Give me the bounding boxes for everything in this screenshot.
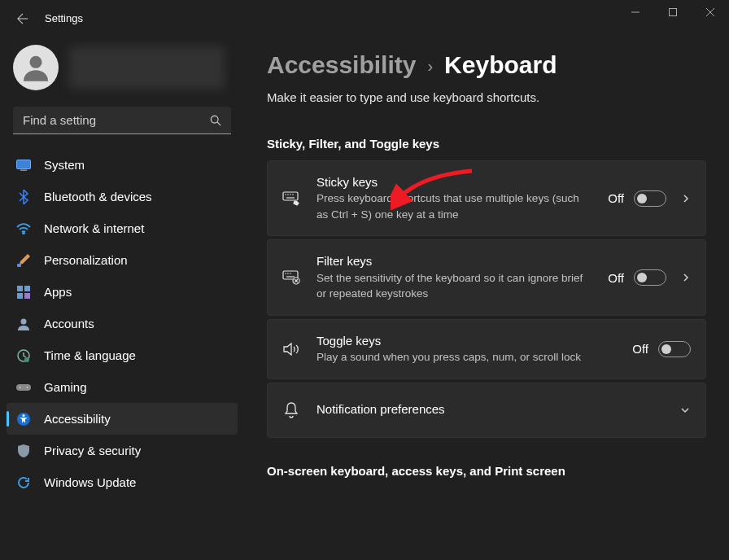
- svg-rect-10: [24, 286, 30, 291]
- apps-icon: [16, 285, 31, 300]
- setting-desc: Play a sound when you press caps, num, o…: [316, 349, 618, 365]
- search-input[interactable]: [23, 113, 203, 127]
- toggle-switch[interactable]: [634, 190, 666, 207]
- settings-group: Sticky keysPress keyboard shortcuts that…: [267, 160, 706, 438]
- svg-rect-21: [283, 192, 298, 200]
- breadcrumb-parent[interactable]: Accessibility: [267, 51, 416, 79]
- sidebar-item-label: Gaming: [44, 380, 87, 394]
- sidebar-item-privacy-security[interactable]: Privacy & security: [7, 435, 238, 466]
- toggle-switch[interactable]: [634, 269, 666, 286]
- sidebar-item-time-language[interactable]: Time & language: [7, 339, 238, 371]
- sidebar-item-accessibility[interactable]: Accessibility: [7, 403, 238, 435]
- sidebar-item-label: Accounts: [44, 317, 94, 330]
- titlebar-label: Settings: [45, 12, 83, 24]
- account-icon: [16, 317, 31, 331]
- svg-point-2: [30, 56, 42, 68]
- svg-point-3: [211, 116, 218, 123]
- sidebar-item-accounts[interactable]: Accounts: [7, 308, 238, 339]
- toggle-section: Off: [632, 341, 691, 357]
- svg-rect-16: [16, 384, 31, 391]
- content: Accessibility › Keyboard Make it easier …: [244, 37, 729, 560]
- setting-desc: Set the sensitivity of the keyboard so i…: [316, 270, 593, 302]
- sidebar-item-apps[interactable]: Apps: [7, 276, 238, 308]
- svg-rect-9: [17, 286, 23, 291]
- bluetooth-icon: [16, 190, 31, 204]
- profile[interactable]: [7, 37, 238, 107]
- svg-rect-6: [20, 169, 27, 171]
- svg-point-13: [21, 318, 27, 324]
- svg-point-18: [27, 387, 28, 388]
- svg-rect-8: [17, 264, 21, 267]
- system-icon: [16, 158, 31, 173]
- toggle-section: Off: [608, 269, 666, 286]
- search-box[interactable]: [13, 107, 231, 134]
- wifi-icon: [16, 221, 31, 236]
- back-button[interactable]: [16, 12, 29, 25]
- setting-text: Filter keysSet the sensitivity of the ke…: [316, 253, 608, 301]
- sidebar-item-label: Network & internet: [44, 221, 144, 235]
- sound-icon: [282, 343, 300, 356]
- setting-title: Notification preferences: [316, 401, 650, 418]
- accessibility-icon: [16, 412, 31, 427]
- update-icon: [16, 475, 31, 490]
- sidebar-item-label: Accessibility: [44, 412, 111, 426]
- minimize-button[interactable]: [617, 0, 654, 24]
- bell-icon: [282, 402, 300, 418]
- sidebar-item-label: Apps: [44, 285, 72, 299]
- chevron-right-icon[interactable]: [681, 194, 691, 203]
- section-header: Sticky, Filter, and Toggle keys: [267, 137, 706, 151]
- gaming-icon: [16, 380, 31, 395]
- svg-rect-1: [670, 9, 677, 16]
- sidebar-item-windows-update[interactable]: Windows Update: [7, 466, 238, 498]
- svg-rect-12: [24, 293, 30, 299]
- sidebar-item-label: System: [44, 158, 85, 172]
- sidebar-item-label: Bluetooth & devices: [44, 190, 152, 203]
- toggle-switch[interactable]: [658, 341, 691, 357]
- svg-point-7: [23, 232, 24, 234]
- sidebar-item-system[interactable]: System: [7, 149, 238, 181]
- close-button[interactable]: [692, 0, 729, 24]
- keyboard-x-icon: [282, 270, 300, 285]
- setting-row-toggle-keys[interactable]: Toggle keysPlay a sound when you press c…: [267, 319, 706, 379]
- setting-title: Filter keys: [316, 253, 593, 269]
- shield-icon: [16, 444, 31, 458]
- svg-line-4: [217, 122, 220, 125]
- sidebar-item-network-internet[interactable]: Network & internet: [7, 212, 238, 244]
- svg-point-20: [23, 414, 25, 417]
- setting-title: Toggle keys: [316, 333, 618, 349]
- toggle-label: Off: [608, 191, 624, 205]
- svg-rect-5: [17, 160, 31, 168]
- setting-text: Toggle keysPlay a sound when you press c…: [316, 333, 632, 365]
- sidebar-item-personalization[interactable]: Personalization: [7, 244, 238, 276]
- chevron-right-icon: ›: [427, 57, 433, 76]
- brush-icon: [16, 253, 31, 268]
- maximize-button[interactable]: [654, 0, 692, 24]
- chevron-down-icon: [679, 405, 691, 416]
- chevron-right-icon[interactable]: [681, 273, 691, 282]
- avatar: [13, 45, 59, 90]
- section-header-2: On-screen keyboard, access keys, and Pri…: [267, 464, 706, 478]
- toggle-label: Off: [608, 271, 624, 285]
- clock-icon: [16, 348, 31, 363]
- sidebar-item-label: Privacy & security: [44, 444, 141, 457]
- setting-row-filter-keys[interactable]: Filter keysSet the sensitivity of the ke…: [267, 239, 706, 315]
- sidebar-item-label: Time & language: [44, 348, 136, 362]
- search-icon: [210, 115, 221, 126]
- svg-point-15: [24, 357, 29, 362]
- breadcrumb-current: Keyboard: [444, 51, 557, 79]
- setting-row-notification-preferences[interactable]: Notification preferences: [267, 383, 706, 438]
- sidebar-item-bluetooth-devices[interactable]: Bluetooth & devices: [7, 181, 238, 212]
- nav: SystemBluetooth & devicesNetwork & inter…: [7, 149, 238, 498]
- setting-text: Notification preferences: [316, 401, 665, 418]
- sidebar-item-gaming[interactable]: Gaming: [7, 371, 238, 403]
- setting-title: Sticky keys: [316, 174, 593, 190]
- toggle-section: Off: [608, 190, 666, 207]
- page-subtitle: Make it easier to type and use keyboard …: [267, 90, 706, 104]
- titlebar: Settings: [0, 0, 729, 37]
- setting-row-sticky-keys[interactable]: Sticky keysPress keyboard shortcuts that…: [267, 160, 706, 236]
- keyboard-hand-icon: [282, 191, 300, 206]
- sidebar-item-label: Personalization: [44, 253, 128, 267]
- svg-rect-11: [17, 293, 23, 299]
- breadcrumb: Accessibility › Keyboard: [267, 51, 706, 79]
- sidebar: SystemBluetooth & devicesNetwork & inter…: [0, 37, 244, 560]
